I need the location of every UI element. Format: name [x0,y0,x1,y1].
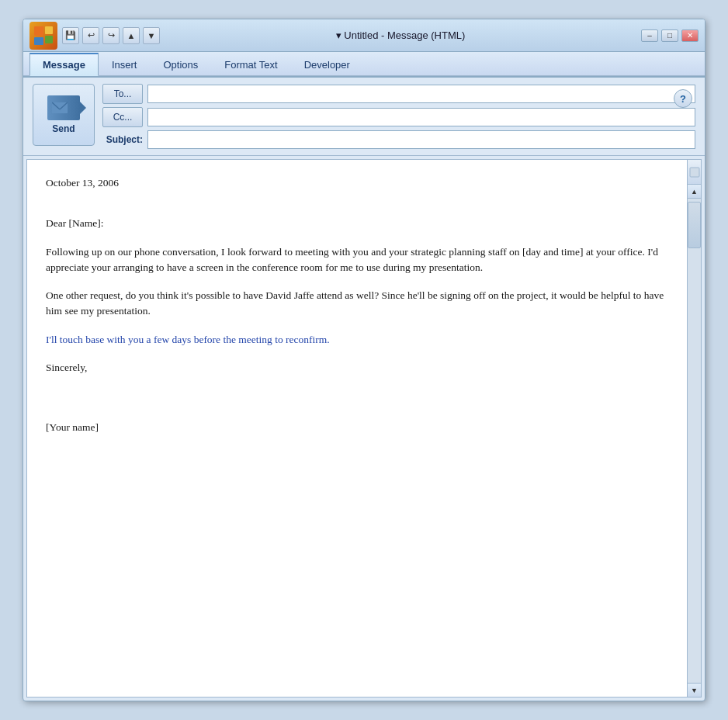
to-input[interactable] [147,85,695,103]
send-label: Send [52,123,75,134]
cc-button[interactable]: Cc... [102,107,143,127]
window-title: ▾ Untitled - Message (HTML) [165,29,636,41]
subject-input[interactable] [147,130,695,149]
quick-access-toolbar: 💾 ↩ ↪ ▲ ▼ [62,27,160,44]
email-body-container: October 13, 2006 Dear [Name]: Following … [26,159,702,698]
svg-rect-3 [34,37,43,45]
email-closing: Sincerely, [46,360,668,376]
tab-message[interactable]: Message [29,53,99,76]
ribbon: Message Insert Options Format Text Devel… [23,52,705,78]
tab-options[interactable]: Options [150,53,211,76]
email-paragraph2: One other request, do you think it's pos… [46,288,668,320]
email-date: October 13, 2006 [46,175,668,191]
tab-format-text[interactable]: Format Text [211,53,290,76]
redo-button[interactable]: ↪ [102,27,120,44]
ribbon-tabs: Message Insert Options Format Text Devel… [23,52,705,76]
scroll-down-button[interactable]: ▼ [688,683,701,697]
tab-insert[interactable]: Insert [99,53,151,76]
scrollbar: ▲ ▼ [687,160,701,697]
outlook-window: 💾 ↩ ↪ ▲ ▼ ▾ Untitled - Message (HTML) – … [23,19,705,701]
email-body[interactable]: October 13, 2006 Dear [Name]: Following … [27,160,687,697]
scroll-thumb[interactable] [688,202,701,248]
email-paragraph1: Following up on our phone conversation, … [46,244,668,276]
down-button[interactable]: ▼ [143,27,160,44]
email-header-form: Send To... Cc... Subject: [23,78,705,156]
office-logo [29,22,57,50]
help-button[interactable]: ? [674,89,692,108]
email-greeting: Dear [Name]: [46,216,668,231]
cc-input[interactable] [147,108,695,126]
cc-row: Cc... [102,107,695,127]
close-button[interactable]: ✕ [681,29,699,42]
svg-rect-2 [45,36,53,43]
svg-rect-1 [45,26,53,34]
subject-label: Subject: [102,134,143,145]
subject-row: Subject: [102,130,695,149]
scroll-up-button[interactable]: ▲ [688,185,701,199]
email-paragraph3: I'll touch base with you a few days befo… [46,332,668,348]
scroll-top-icon [688,160,701,185]
to-row: To... [102,84,695,104]
svg-rect-0 [34,26,43,36]
email-signature: [Your name] [46,420,668,435]
to-button[interactable]: To... [102,84,143,104]
email-fields: To... Cc... Subject: [102,84,695,149]
scroll-track [688,199,701,683]
send-button[interactable]: Send [33,84,95,146]
undo-button[interactable]: ↩ [82,27,99,44]
minimize-button[interactable]: – [641,29,658,42]
title-bar: 💾 ↩ ↪ ▲ ▼ ▾ Untitled - Message (HTML) – … [23,19,705,52]
maximize-button[interactable]: □ [661,29,678,42]
save-quickaccess-button[interactable]: 💾 [62,27,79,44]
send-icon [47,95,80,120]
window-controls: – □ ✕ [641,29,699,42]
up-button[interactable]: ▲ [123,27,140,44]
tab-developer[interactable]: Developer [291,53,363,76]
